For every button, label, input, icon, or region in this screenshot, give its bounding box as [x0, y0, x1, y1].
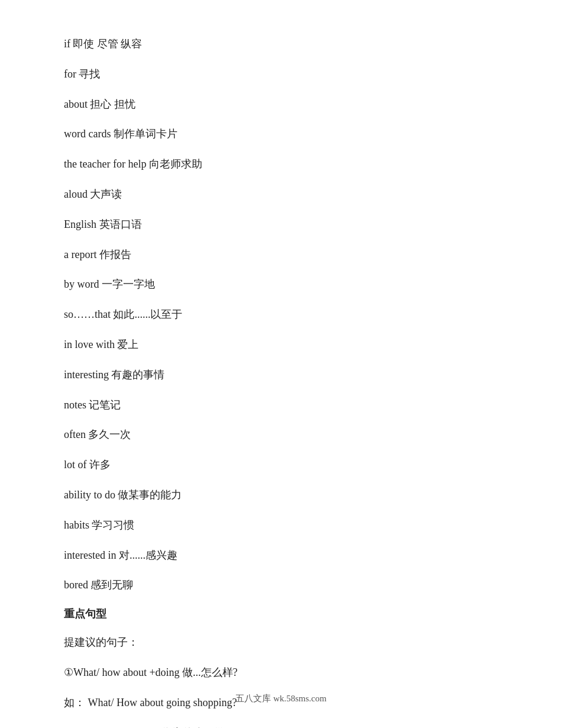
list-item: notes 记笔记	[64, 397, 498, 414]
vocab-text: about 担心 担忧	[64, 98, 135, 110]
list-item: word cards 制作单词卡片	[64, 125, 498, 143]
vocab-text: interesting 有趣的事情	[64, 369, 164, 381]
list-item: lot of 许多	[64, 456, 498, 473]
list-item: the teacher for help 向老师求助	[64, 156, 498, 173]
vocab-text: if 即使 尽管 纵容	[64, 38, 143, 50]
vocab-text: often 多久一次	[64, 429, 131, 440]
list-item: interested in 对......感兴趣	[64, 547, 498, 564]
main-content: if 即使 尽管 纵容 for 寻找 about 担心 担忧 word card…	[64, 36, 498, 728]
list-item: in love with 爱上	[64, 336, 498, 353]
vocab-text: word cards 制作单词卡片	[64, 128, 177, 140]
vocab-text: aloud 大声读	[64, 188, 122, 200]
vocab-text: in love with 爱上	[64, 339, 139, 350]
list-item: ①What/ how about +doing 做...怎么样?	[64, 664, 498, 681]
vocab-text: a report 作报告	[64, 249, 131, 260]
vocab-text: notes 记笔记	[64, 399, 121, 411]
vocab-text: bored 感到无聊	[64, 579, 133, 591]
section-subheading: 提建议的句子：	[64, 634, 498, 651]
vocab-text: for 寻找	[64, 68, 101, 80]
list-item: for 寻找	[64, 66, 498, 83]
vocab-text: English 英语口语	[64, 218, 142, 230]
section-heading: 重点句型	[64, 607, 498, 621]
footer: 五八文库 wk.58sms.com	[0, 693, 562, 704]
vocabulary-list: if 即使 尽管 纵容 for 寻找 about 担心 担忧 word card…	[64, 36, 498, 594]
list-item: aloud 大声读	[64, 186, 498, 203]
list-item: so……that 如此......以至于	[64, 306, 498, 323]
list-item: often 多久一次	[64, 426, 498, 443]
sentence-text: ①What/ how about +doing 做...怎么样?	[64, 666, 238, 678]
vocab-text: the teacher for help 向老师求助	[64, 158, 202, 170]
list-item: English 英语口语	[64, 216, 498, 233]
vocab-text: habits 学习习惯	[64, 519, 135, 531]
vocab-text: so……that 如此......以至于	[64, 308, 183, 320]
vocab-text: interested in 对......感兴趣	[64, 549, 177, 561]
list-item: habits 学习习惯	[64, 517, 498, 534]
vocab-text: ability to do 做某事的能力	[64, 489, 182, 501]
list-item: ability to do 做某事的能力	[64, 487, 498, 504]
list-item: a report 作报告	[64, 246, 498, 263]
list-item: about 担心 担忧	[64, 96, 498, 113]
list-item: by word 一字一字地	[64, 276, 498, 293]
vocab-text: lot of 许多	[64, 459, 111, 471]
footer-text: 五八文库 wk.58sms.com	[235, 694, 327, 703]
list-item: ②Why don't you + do 你为什么不做...?	[64, 724, 498, 728]
list-item: bored 感到无聊	[64, 576, 498, 594]
list-item: if 即使 尽管 纵容	[64, 36, 498, 53]
list-item: interesting 有趣的事情	[64, 366, 498, 384]
vocab-text: by word 一字一字地	[64, 278, 155, 290]
